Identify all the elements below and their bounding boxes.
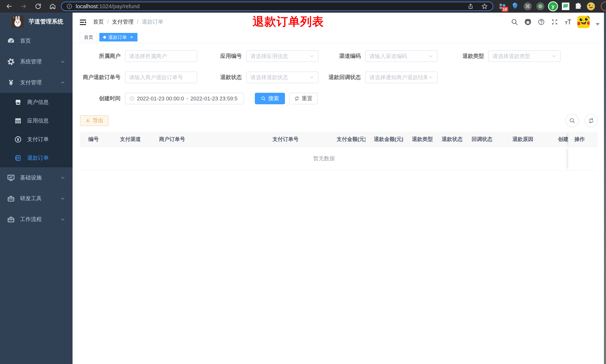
extension-tabs-icon[interactable]: 10 [498,2,507,11]
app-logo-row[interactable]: 芋道管理系统 [0,13,73,30]
empty-placeholder: 暂无数据 [313,155,335,162]
app-select[interactable] [246,50,318,62]
extension-chat-icon[interactable] [561,2,570,11]
date-start-value[interactable]: 2022-01-23 00:00:00 [137,96,184,102]
column-header-actions: 操作 [568,132,598,147]
sidebar-item-home[interactable]: 首页 [0,30,73,51]
search-button-label: 搜索 [268,95,279,102]
breadcrumb-pay[interactable]: 支付管理 [112,18,133,26]
monitor-icon [7,173,15,182]
page-scrollbar[interactable] [604,13,606,364]
active-dot [103,36,106,39]
refund-status-input[interactable] [250,74,308,80]
browser-reload-icon[interactable] [35,3,42,10]
extension-dot-icon[interactable] [536,2,545,11]
sidebar-item-app-info[interactable]: 应用信息 [0,112,73,130]
channel-input[interactable] [369,53,427,59]
merchant-refund-no-input[interactable] [129,74,193,80]
notify-status-select[interactable] [365,72,437,83]
field-label: 应用编号 [197,52,242,60]
site-info-icon[interactable] [66,3,72,9]
search-icon[interactable] [510,18,519,26]
merchant-select[interactable] [125,50,197,62]
toggle-search-button[interactable] [566,114,579,127]
search-button[interactable]: 搜索 [255,93,285,104]
extensions-puzzle-icon[interactable] [574,2,582,11]
user-avatar[interactable] [577,16,590,28]
app-input[interactable] [250,53,308,59]
create-time-range-picker[interactable]: 2022-01-23 00:00:00 - 2022-01-23 23:59:5… [125,93,244,104]
sidebar-item-pay[interactable]: ¥ 支付管理 [0,72,73,93]
bookmark-star-icon[interactable] [481,3,488,10]
page-title: 退款订单列表 [253,15,324,28]
refresh-button[interactable] [584,114,598,127]
sidebar-item-label: 应用信息 [27,117,49,125]
browser-update-button[interactable]: 更新 [601,2,606,11]
chevron-down-icon [309,75,314,80]
sidebar-item-infra[interactable]: 基础设施 [0,167,73,188]
chevron-down-icon [60,59,66,65]
table-grid-icon [14,117,22,125]
top-navbar: 首页 / 支付管理 / 退款订单 退款订单列表 [73,13,606,31]
clock-icon [129,96,135,101]
sidebar-collapse-icon[interactable] [79,18,87,26]
field-label: 退款类型 [437,52,484,60]
sidebar-item-pay-order[interactable]: 支付订单 [0,130,73,149]
refund-status-select[interactable] [246,72,318,83]
tab-label: 首页 [84,34,93,40]
sidebar-item-system[interactable]: 系统管理 [0,51,73,72]
chevron-down-icon [551,53,556,59]
breadcrumb-current: 退款订单 [142,18,163,26]
reset-button[interactable]: 重置 [289,93,318,104]
refund-type-select[interactable] [488,50,561,62]
url-path: :1024/pay/refund [98,3,140,9]
sidebar-item-workflow[interactable]: 工作流程 [0,209,73,230]
chevron-down-icon [60,196,66,201]
field-label: 商户退款订单号 [80,74,120,81]
field-label: 所属商户 [80,52,120,60]
pay-submenu: 商户信息 应用信息 支付订单 [0,93,73,167]
profile-emoji-avatar[interactable] [587,2,595,11]
sidebar-item-refund-order[interactable]: 退款订单 [0,149,73,167]
merchant-input[interactable] [129,53,193,59]
url-bar[interactable]: localhost:1024/pay/refund [61,2,493,11]
font-size-icon[interactable] [564,18,572,26]
breadcrumb-separator: / [137,19,138,25]
tab-home[interactable]: 首页 [80,33,97,41]
merchant-refund-no-field[interactable] [125,72,197,83]
breadcrumb-home[interactable]: 首页 [93,18,104,26]
breadcrumb: 首页 / 支付管理 / 退款订单 [93,18,163,26]
chevron-down-icon [428,75,433,80]
date-end-value[interactable]: 2022-01-23 23:59:59 [190,96,238,102]
notify-status-input[interactable] [369,74,427,80]
browser-back-icon[interactable] [6,3,13,10]
app-title: 芋道管理系统 [29,18,63,26]
caret-down-icon[interactable] [596,23,600,26]
refund-type-input[interactable] [493,53,550,59]
pay-order-icon [14,136,22,143]
help-icon[interactable] [537,18,545,26]
close-icon[interactable] [130,35,133,39]
extension-y-icon[interactable]: y [549,2,557,11]
share-icon[interactable] [467,3,474,10]
sidebar-item-label: 基础设施 [20,174,60,182]
github-icon[interactable] [524,18,532,26]
navbar-actions [510,16,600,28]
tab-refund-order[interactable]: 退款订单 [99,33,137,41]
sidebar-item-devtools[interactable]: 研发工具 [0,188,73,209]
sidebar-item-merchant-info[interactable]: 商户信息 [0,93,73,112]
extension-badge: 10 [502,7,508,12]
field-label: 渠道编码 [318,52,361,60]
browser-forward-icon[interactable] [20,3,27,10]
field-label: 创建时间 [80,95,120,102]
export-button[interactable]: 导出 [80,115,109,126]
browser-home-icon[interactable] [49,3,56,10]
gear-icon [7,57,15,66]
extension-command-icon[interactable]: ⌘ [523,2,532,11]
channel-select[interactable] [365,50,437,62]
fullscreen-icon[interactable] [551,18,559,26]
table-body: 暂无数据 [80,147,598,170]
column-header: 编号 [80,136,112,143]
refund-table: 编号 支付渠道 商户订单号 支付订单号 支付金额(元) 退款金额(元) 退款类型… [80,132,598,170]
extension-balloon-icon[interactable] [511,2,519,11]
